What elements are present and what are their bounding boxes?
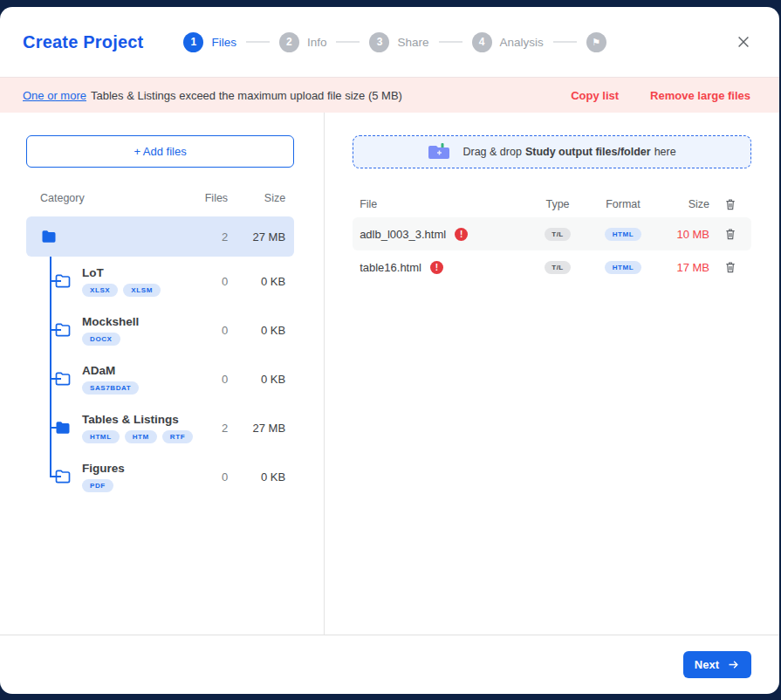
step-info-number: 2 xyxy=(279,32,299,52)
category-name: Mockshell xyxy=(82,315,193,328)
format-badge: SAS7BDAT xyxy=(82,381,139,395)
format-badge: RTF xyxy=(162,430,193,443)
dialog-body: + Add files Category Files Size 2 27 MB xyxy=(0,113,779,635)
category-name: ADaM xyxy=(82,364,193,377)
step-connector xyxy=(336,41,360,43)
file-row: adlb_l003_3.html ! T/L HTML 10 MB xyxy=(353,217,751,250)
category-files-count: 2 xyxy=(193,422,228,435)
column-size: Size xyxy=(657,198,709,210)
format-badge: DOCX xyxy=(82,333,120,346)
add-folder-icon xyxy=(428,143,451,161)
step-analysis-label: Analysis xyxy=(500,36,544,49)
category-files-count: 0 xyxy=(193,275,228,288)
remove-large-files-button[interactable]: Remove large files xyxy=(650,89,750,102)
tree-row-tables-listings[interactable]: Tables & Listings HTML HTM RTF 2 27 MB xyxy=(26,403,294,452)
one-or-more-link[interactable]: One or more xyxy=(23,89,86,102)
step-files[interactable]: 1 Files xyxy=(183,32,236,52)
folder-filled-icon xyxy=(40,228,58,245)
add-files-button[interactable]: + Add files xyxy=(26,135,294,168)
format-badge: XLSM xyxy=(123,284,161,297)
root-files-count: 2 xyxy=(193,230,228,244)
category-tree: LoT XLSX XLSM 0 0 KB xyxy=(26,257,294,501)
tree-row-mockshell[interactable]: Mockshell DOCX 0 0 KB xyxy=(26,305,294,354)
step-analysis[interactable]: 4 Analysis xyxy=(472,32,544,52)
step-info-label: Info xyxy=(307,36,327,49)
category-size: 0 KB xyxy=(235,275,285,288)
format-badge: XLSX xyxy=(82,284,118,297)
step-share-label: Share xyxy=(397,36,428,49)
arrow-right-icon xyxy=(727,658,740,671)
category-panel: + Add files Category Files Size 2 27 MB xyxy=(0,113,325,635)
warning-message: Tables & Listings exceed the maximum upl… xyxy=(91,89,402,102)
step-share-number: 3 xyxy=(369,32,389,52)
close-button[interactable] xyxy=(732,31,755,53)
step-analysis-number: 4 xyxy=(472,32,492,52)
delete-all-icon[interactable] xyxy=(723,197,737,211)
format-badge: HTM xyxy=(125,430,157,443)
column-size: Size xyxy=(235,192,285,204)
column-files: Files xyxy=(193,192,228,204)
category-size: 0 KB xyxy=(235,373,285,386)
error-icon: ! xyxy=(455,228,468,241)
dropzone[interactable]: Drag & dropStudy output files/folderhere xyxy=(353,135,751,168)
file-size: 17 MB xyxy=(657,261,709,274)
delete-file-button[interactable] xyxy=(722,258,739,276)
tree-row-adam[interactable]: ADaM SAS7BDAT 0 0 KB xyxy=(26,354,294,403)
file-table-header: File Type Format Size xyxy=(353,191,751,217)
folder-outline-icon xyxy=(54,272,72,290)
category-format-badges: DOCX xyxy=(82,333,193,346)
category-name: Figures xyxy=(82,462,193,475)
category-name: Tables & Listings xyxy=(82,413,193,426)
step-files-label: Files xyxy=(211,36,236,49)
category-name: LoT xyxy=(82,266,193,279)
step-connector xyxy=(246,41,270,43)
type-badge: T/L xyxy=(545,228,571,241)
folder-outline-icon xyxy=(54,321,72,339)
category-table-header: Category Files Size xyxy=(26,192,294,204)
files-panel: Drag & dropStudy output files/folderhere… xyxy=(325,113,779,635)
category-size: 0 KB xyxy=(235,324,285,337)
trash-icon xyxy=(723,260,737,274)
step-connector xyxy=(553,41,577,43)
column-category: Category xyxy=(40,192,193,204)
file-name: adlb_l003_3.html xyxy=(360,228,446,241)
file-size: 10 MB xyxy=(657,228,709,241)
type-badge: T/L xyxy=(545,261,571,274)
root-category-row[interactable]: 2 27 MB xyxy=(26,216,294,257)
tree-row-lot[interactable]: LoT XLSX XLSM 0 0 KB xyxy=(26,257,294,305)
step-connector xyxy=(439,41,462,43)
next-button[interactable]: Next xyxy=(683,651,751,678)
category-format-badges: XLSX XLSM xyxy=(82,284,193,297)
create-project-dialog: Create Project 1 Files 2 Info 3 Share xyxy=(0,7,779,694)
folder-filled-icon xyxy=(54,419,72,436)
warning-banner: One or more Tables & Listings exceed the… xyxy=(0,77,779,113)
dialog-footer: Next xyxy=(0,635,779,694)
tree-row-figures[interactable]: Figures PDF 0 0 KB xyxy=(26,452,294,501)
root-size: 27 MB xyxy=(235,230,285,244)
step-share[interactable]: 3 Share xyxy=(369,32,428,52)
dialog-header: Create Project 1 Files 2 Info 3 Share xyxy=(0,7,779,77)
category-size: 27 MB xyxy=(235,422,285,435)
delete-file-button[interactable] xyxy=(722,225,739,243)
error-icon: ! xyxy=(430,261,443,274)
folder-outline-icon xyxy=(54,468,72,485)
step-files-number: 1 xyxy=(183,32,203,52)
copy-list-button[interactable]: Copy list xyxy=(571,89,619,102)
format-badge: HTML xyxy=(605,261,642,274)
stepper: 1 Files 2 Info 3 Share 4 Analysis xyxy=(183,32,606,52)
column-format: Format xyxy=(594,198,652,210)
step-info[interactable]: 2 Info xyxy=(279,32,327,52)
column-file: File xyxy=(360,198,535,210)
finish-flag-icon: ⚑ xyxy=(586,32,606,52)
category-format-badges: PDF xyxy=(82,479,193,492)
category-size: 0 KB xyxy=(235,470,285,484)
page-title: Create Project xyxy=(23,32,143,52)
banner-actions: Copy list Remove large files xyxy=(571,89,750,102)
category-files-count: 0 xyxy=(193,470,228,484)
file-row: table16.html ! T/L HTML 17 MB xyxy=(353,250,751,284)
dropzone-text: Drag & dropStudy output files/folderhere xyxy=(462,146,675,158)
format-badge: HTML xyxy=(605,228,642,241)
format-badge: HTML xyxy=(82,430,120,443)
category-format-badges: HTML HTM RTF xyxy=(82,430,193,443)
category-files-count: 0 xyxy=(193,324,228,337)
